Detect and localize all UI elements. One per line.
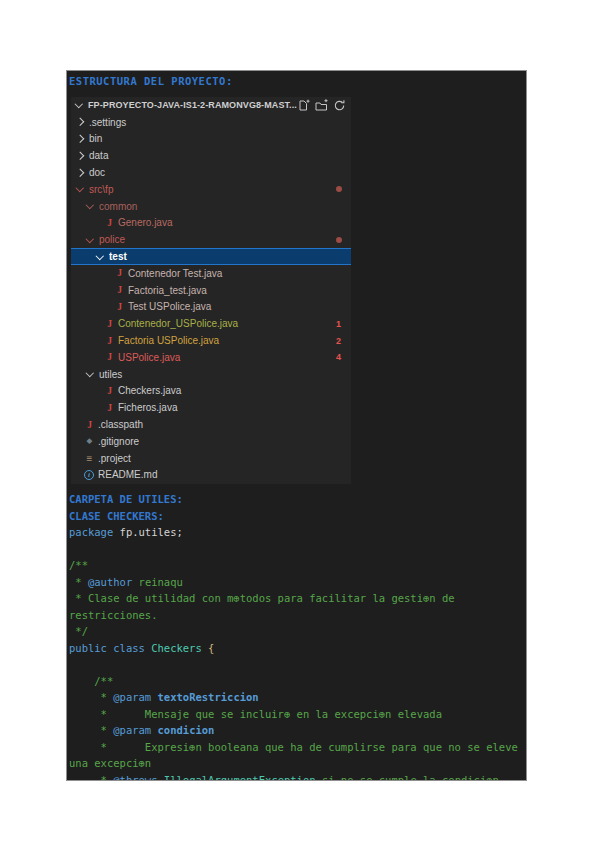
java-icon: J [104, 352, 115, 362]
token-kw: public class [69, 642, 145, 654]
file-tree: .settingsbindatadocsrc\fpcommonJGenero.j… [71, 114, 351, 484]
token-com: * [69, 576, 88, 588]
tree-item-doc[interactable]: doc [71, 164, 351, 181]
tree-item-label: Contenedor Test.java [128, 268, 222, 279]
tree-item-contenedor-test-java[interactable]: JContenedor Test.java [71, 265, 351, 282]
indent-spacer [71, 407, 104, 408]
tree-item-label: common [99, 201, 137, 212]
tree-item-src-fp[interactable]: src\fp [71, 181, 351, 198]
code-line: */ [69, 623, 526, 640]
tree-item-label: data [89, 150, 108, 161]
token-com: * [69, 724, 113, 736]
tree-item-utiles[interactable]: utiles [71, 366, 351, 383]
token-com: * Mensaje que se incluir⊕ en la excepci⊕… [69, 708, 442, 720]
token-com: restricciones. [69, 609, 158, 621]
indent-spacer [71, 206, 85, 207]
tree-item-label: Checkers.java [118, 385, 181, 396]
code-line [69, 541, 526, 558]
code-line: package fp.utiles; [69, 524, 526, 541]
refresh-icon[interactable] [333, 99, 346, 112]
tree-item-common[interactable]: common [71, 198, 351, 215]
tree-item-label: src\fp [89, 184, 113, 195]
tree-item-label: .project [98, 453, 131, 464]
tree-item-test[interactable]: test [71, 248, 351, 265]
tree-item-data[interactable]: data [71, 147, 351, 164]
code-line: restricciones. [69, 607, 526, 624]
token-head: CLASE CHECKERS: [69, 510, 164, 522]
tree-item-checkers-java[interactable]: JCheckers.java [71, 383, 351, 400]
explorer-toolbar [297, 99, 351, 112]
indent-spacer [71, 290, 114, 291]
tree-item-ficheros-java[interactable]: JFicheros.java [71, 399, 351, 416]
tree-item-readme-md[interactable]: iREADME.md [71, 467, 351, 484]
tree-item-label: Factoria USPolice.java [118, 335, 219, 346]
tree-item-test-uspolice-java[interactable]: JTest USPolice.java [71, 299, 351, 316]
indent-spacer [71, 424, 84, 425]
chevron-down-icon [74, 100, 85, 111]
tree-item-label: utiles [99, 369, 122, 380]
token-brace: { [208, 642, 214, 654]
token-head: CARPETA DE UTILES: [69, 493, 183, 505]
tree-item-police[interactable]: police [71, 231, 351, 248]
tree-item-label: Genero.java [118, 217, 172, 228]
tree-item--gitignore[interactable]: ◆.gitignore [71, 433, 351, 450]
explorer-root-row[interactable]: FP-PROYECTO-JAVA-IS1-2-RAMONVG8-MAST... [71, 97, 351, 114]
chevron-down-icon [75, 184, 86, 195]
project-root-label: FP-PROYECTO-JAVA-IS1-2-RAMONVG8-MAST... [88, 100, 297, 110]
token-com: /** [69, 675, 113, 687]
tree-item-label: Contenedor_USPolice.java [118, 318, 238, 329]
code-line: CLASE CHECKERS: [69, 508, 526, 525]
modified-dot-badge [336, 237, 342, 243]
indent-spacer [71, 222, 104, 223]
code-line: public class Checkers { [69, 640, 526, 657]
problem-count-badge: 1 [336, 319, 341, 329]
java-icon: J [104, 403, 115, 413]
token-com: * Clase de utilidad con m⊕todos para fac… [69, 592, 455, 604]
token-com: reinaqu [132, 576, 183, 588]
java-icon: J [114, 302, 125, 312]
token-kw: @throws [113, 774, 157, 781]
code-line: * @throws IllegalArgumentException si no… [69, 772, 526, 781]
indent-spacer [71, 273, 114, 274]
tree-item-label: .classpath [98, 419, 143, 430]
java-icon: J [104, 218, 115, 228]
indent-spacer [71, 256, 95, 257]
new-file-icon[interactable] [297, 99, 310, 112]
tree-item-label: README.md [98, 469, 157, 480]
section-title-text: ESTRUCTURA DEL PROYECTO: [69, 75, 233, 87]
new-folder-icon[interactable] [315, 99, 328, 112]
token-parm: textoRestriccion [151, 691, 258, 703]
tree-item-label: test [109, 251, 127, 262]
tree-item-label: .settings [89, 117, 126, 128]
tree-item--classpath[interactable]: J.classpath [71, 416, 351, 433]
tree-item-label: police [99, 234, 125, 245]
indent-spacer [71, 474, 84, 475]
tree-item-contenedor-uspolice-java[interactable]: JContenedor_USPolice.java1 [71, 315, 351, 332]
modified-dot-badge [336, 186, 342, 192]
document-page: ESTRUCTURA DEL PROYECTO: FP-PROYECTO-JAV… [0, 0, 600, 848]
token-type: Checkers [145, 642, 208, 654]
token-com: una excepci⊕n [69, 757, 151, 769]
tree-item-bin[interactable]: bin [71, 131, 351, 148]
indent-spacer [71, 340, 104, 341]
token-com: si no se cumple la condici⊕n [316, 774, 499, 781]
section-title-estructura: ESTRUCTURA DEL PROYECTO: [67, 71, 526, 97]
tree-item-uspolice-java[interactable]: JUSPolice.java4 [71, 349, 351, 366]
code-line: * Clase de utilidad con m⊕todos para fac… [69, 590, 526, 607]
tree-item-factoria-test-java[interactable]: JFactoria_test.java [71, 282, 351, 299]
code-line: * Mensaje que se incluir⊕ en la excepci⊕… [69, 706, 526, 723]
tree-item--project[interactable]: ≡.project [71, 450, 351, 467]
token-kw: @param [113, 724, 151, 736]
tree-item-label: doc [89, 167, 105, 178]
tree-item-genero-java[interactable]: JGenero.java [71, 215, 351, 232]
java-icon: J [104, 336, 115, 346]
problem-count-badge: 4 [336, 352, 341, 362]
code-line: * Expresi⊕n booleana que ha de cumplirse… [69, 739, 526, 756]
readme-icon: i [84, 470, 94, 480]
java-icon: J [114, 285, 125, 295]
token-kw: package [69, 526, 113, 538]
vscode-screenshot: ESTRUCTURA DEL PROYECTO: FP-PROYECTO-JAV… [66, 70, 527, 781]
tree-item--settings[interactable]: .settings [71, 114, 351, 131]
java-icon: J [104, 319, 115, 329]
tree-item-factoria-uspolice-java[interactable]: JFactoria USPolice.java2 [71, 332, 351, 349]
